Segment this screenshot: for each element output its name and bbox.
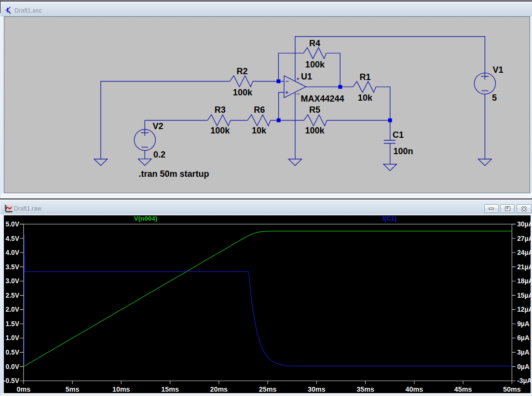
svg-text:2.5V: 2.5V: [5, 292, 19, 299]
svg-text:1.5V: 1.5V: [5, 320, 19, 328]
svg-text:R1: R1: [359, 72, 370, 81]
svg-text:0µA: 0µA: [517, 363, 530, 370]
svg-text:4.0V: 4.0V: [5, 249, 19, 256]
svg-text:9µA: 9µA: [517, 320, 530, 328]
svg-text:I(C1): I(C1): [382, 215, 397, 222]
svg-text:5ms: 5ms: [65, 385, 79, 393]
svg-text:.tran 50m startup: .tran 50m startup: [138, 169, 209, 179]
svg-text:40ms: 40ms: [405, 385, 423, 393]
svg-text:20ms: 20ms: [210, 385, 228, 393]
svg-text:100k: 100k: [305, 60, 325, 69]
svg-text:45ms: 45ms: [454, 385, 472, 393]
svg-text:4.5V: 4.5V: [5, 235, 19, 242]
svg-text:0.5V: 0.5V: [5, 349, 19, 356]
svg-text:100n: 100n: [393, 146, 413, 156]
svg-text:50ms: 50ms: [503, 385, 521, 393]
svg-text:-3µA: -3µA: [517, 377, 531, 384]
svg-text:18µA: 18µA: [517, 277, 531, 285]
svg-text:24µA: 24µA: [517, 249, 531, 256]
svg-text:0ms: 0ms: [16, 385, 30, 393]
svg-text:R2: R2: [236, 66, 247, 76]
svg-text:U1: U1: [301, 72, 312, 81]
svg-text:10k: 10k: [252, 126, 267, 135]
svg-text:10k: 10k: [357, 92, 372, 102]
svg-text:R6: R6: [254, 105, 265, 115]
svg-text:0.2: 0.2: [153, 149, 165, 159]
svg-text:35ms: 35ms: [356, 385, 374, 393]
svg-text:0.0V: 0.0V: [5, 363, 19, 370]
svg-text:-0.5V: -0.5V: [4, 377, 20, 384]
svg-text:25ms: 25ms: [259, 385, 276, 393]
svg-text:100k: 100k: [305, 126, 325, 135]
svg-text:15µA: 15µA: [517, 292, 531, 299]
svg-text:27µA: 27µA: [517, 235, 531, 242]
svg-text:R3: R3: [214, 105, 225, 115]
svg-text:V1: V1: [492, 65, 503, 75]
svg-text:3.5V: 3.5V: [5, 263, 19, 270]
svg-text:3.0V: 3.0V: [5, 277, 19, 285]
svg-text:5.0V: 5.0V: [5, 221, 19, 228]
svg-text:6µA: 6µA: [517, 334, 530, 342]
svg-text:30µA: 30µA: [517, 221, 531, 228]
svg-text:R4: R4: [309, 39, 320, 48]
svg-text:10ms: 10ms: [112, 385, 130, 393]
svg-text:R5: R5: [309, 105, 320, 115]
svg-text:12µA: 12µA: [517, 306, 531, 313]
svg-text:3µA: 3µA: [517, 349, 530, 356]
svg-text:2.0V: 2.0V: [5, 306, 19, 313]
svg-text:100k: 100k: [232, 87, 252, 97]
svg-text:5: 5: [491, 93, 496, 103]
svg-text:21µA: 21µA: [517, 263, 531, 270]
svg-text:C1: C1: [392, 130, 403, 139]
svg-text:15ms: 15ms: [161, 385, 179, 393]
svg-text:MAX44244: MAX44244: [300, 94, 344, 104]
svg-text:V(n004): V(n004): [134, 215, 157, 222]
svg-text:1.0V: 1.0V: [5, 334, 19, 342]
svg-text:30ms: 30ms: [308, 385, 326, 393]
svg-text:100k: 100k: [210, 126, 230, 135]
svg-text:V2: V2: [152, 121, 163, 131]
